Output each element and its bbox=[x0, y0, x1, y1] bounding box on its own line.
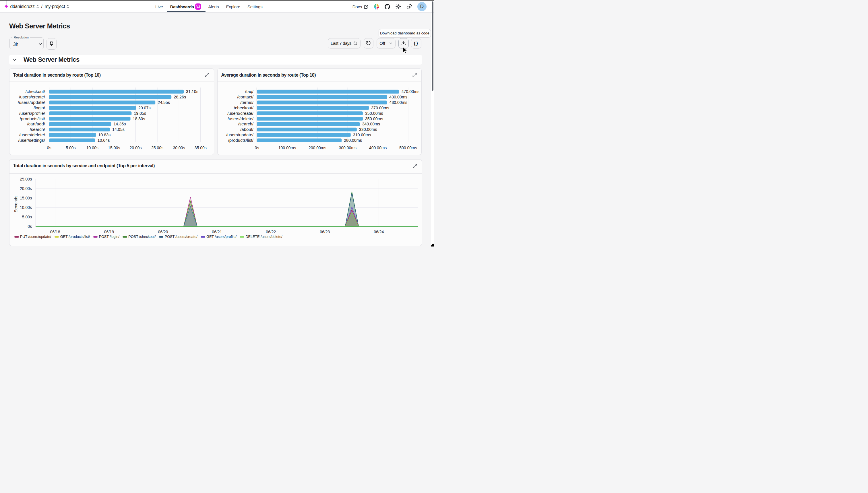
svg-text:/checkout/: /checkout/ bbox=[25, 89, 45, 94]
svg-text:06/19: 06/19 bbox=[104, 230, 114, 234]
svg-text:30.00s: 30.00s bbox=[173, 146, 185, 150]
svg-text:28.26s: 28.26s bbox=[174, 95, 186, 99]
svg-text:/users/create/: /users/create/ bbox=[227, 111, 254, 116]
svg-text:20.00s: 20.00s bbox=[20, 186, 32, 191]
svg-text:10.64s: 10.64s bbox=[98, 138, 110, 143]
svg-text:350.00ms: 350.00ms bbox=[365, 116, 383, 121]
svg-text:330.00ms: 330.00ms bbox=[359, 127, 377, 132]
svg-text:200.00ms: 200.00ms bbox=[309, 146, 326, 150]
svg-text:20.00s: 20.00s bbox=[130, 146, 142, 150]
svg-text:280.00ms: 280.00ms bbox=[344, 138, 362, 143]
svg-text:19.05s: 19.05s bbox=[134, 111, 146, 116]
svg-text:14.05s: 14.05s bbox=[112, 127, 125, 132]
svg-text:15.00s: 15.00s bbox=[20, 196, 32, 200]
svg-text:10.00s: 10.00s bbox=[86, 146, 99, 150]
svg-text:/users/delete/: /users/delete/ bbox=[228, 116, 254, 121]
svg-text:0s: 0s bbox=[47, 146, 51, 150]
svg-text:100.00ms: 100.00ms bbox=[278, 146, 296, 150]
svg-text:10.83s: 10.83s bbox=[98, 133, 110, 137]
svg-text:5.00s: 5.00s bbox=[66, 146, 76, 150]
svg-text:25.00s: 25.00s bbox=[20, 177, 32, 181]
svg-text:/users/delete/: /users/delete/ bbox=[19, 132, 45, 137]
svg-text:/users/create/: /users/create/ bbox=[19, 94, 45, 99]
svg-text:/search/: /search/ bbox=[238, 121, 254, 126]
svg-text:06/22: 06/22 bbox=[266, 230, 276, 234]
svg-text:14.35s: 14.35s bbox=[113, 122, 126, 126]
svg-text:06/18: 06/18 bbox=[50, 230, 60, 234]
svg-text:06/20: 06/20 bbox=[158, 230, 168, 234]
svg-text:06/23: 06/23 bbox=[320, 230, 330, 234]
svg-text:/cart/add/: /cart/add/ bbox=[27, 121, 45, 126]
svg-text:/products/list/: /products/list/ bbox=[20, 116, 45, 121]
svg-text:310.00ms: 310.00ms bbox=[353, 133, 371, 137]
svg-text:24.55s: 24.55s bbox=[157, 100, 170, 105]
svg-text:0s: 0s bbox=[255, 146, 259, 150]
svg-text:340.00ms: 340.00ms bbox=[362, 122, 380, 126]
svg-text:/faq/: /faq/ bbox=[245, 89, 254, 94]
svg-text:Seconds: Seconds bbox=[13, 195, 18, 212]
svg-text:430.00ms: 430.00ms bbox=[389, 100, 407, 105]
svg-text:/user/settings/: /user/settings/ bbox=[18, 138, 45, 143]
svg-text:/checkout/: /checkout/ bbox=[234, 105, 254, 110]
svg-text:/users/profile/: /users/profile/ bbox=[19, 111, 45, 116]
svg-text:/users/update/: /users/update/ bbox=[18, 100, 45, 105]
svg-text:/about/: /about/ bbox=[240, 127, 254, 132]
svg-text:31.10s: 31.10s bbox=[186, 89, 198, 94]
svg-text:430.00ms: 430.00ms bbox=[389, 95, 407, 99]
svg-text:/users/update/: /users/update/ bbox=[226, 132, 254, 137]
svg-text:/login/: /login/ bbox=[34, 105, 45, 110]
svg-text:5.00s: 5.00s bbox=[22, 215, 32, 219]
svg-text:0s: 0s bbox=[27, 224, 32, 229]
svg-text:400.00ms: 400.00ms bbox=[369, 146, 387, 150]
svg-text:/products/list/: /products/list/ bbox=[228, 138, 254, 143]
svg-text:470.00ms: 470.00ms bbox=[401, 89, 419, 94]
svg-text:06/24: 06/24 bbox=[374, 230, 384, 234]
svg-text:350.00ms: 350.00ms bbox=[365, 111, 383, 116]
svg-text:18.80s: 18.80s bbox=[133, 116, 145, 121]
svg-text:25.00s: 25.00s bbox=[151, 146, 163, 150]
svg-text:370.00ms: 370.00ms bbox=[371, 106, 389, 110]
svg-text:35.00s: 35.00s bbox=[195, 146, 207, 150]
svg-text:/terms/: /terms/ bbox=[240, 100, 254, 105]
svg-text:10.00s: 10.00s bbox=[20, 205, 32, 210]
svg-text:300.00ms: 300.00ms bbox=[339, 146, 356, 150]
svg-text:/search/: /search/ bbox=[30, 127, 45, 132]
svg-text:06/21: 06/21 bbox=[212, 230, 222, 234]
svg-text:15.00s: 15.00s bbox=[108, 146, 120, 150]
svg-text:/contact/: /contact/ bbox=[237, 94, 254, 99]
svg-text:20.07s: 20.07s bbox=[139, 106, 151, 110]
svg-text:500.00ms: 500.00ms bbox=[399, 146, 417, 150]
